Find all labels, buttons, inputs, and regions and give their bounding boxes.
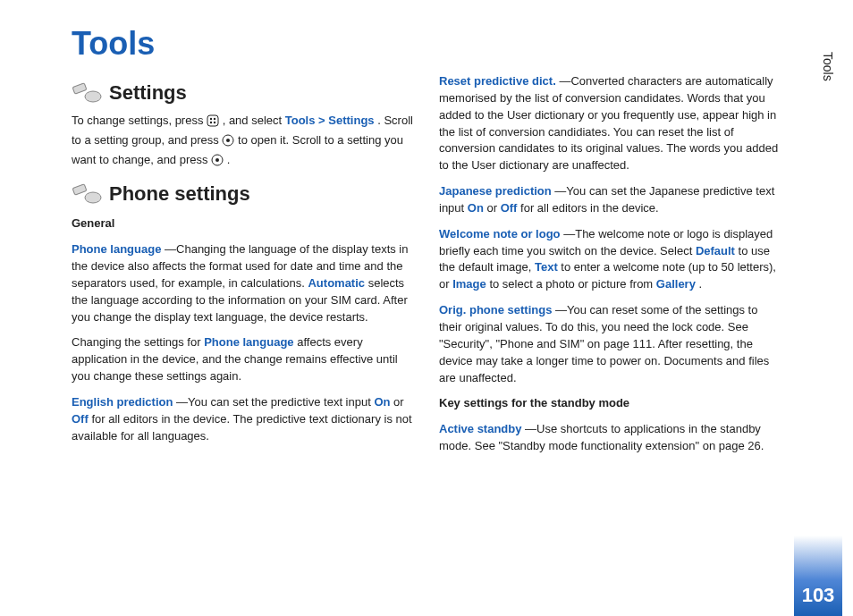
select-key-icon	[211, 154, 224, 172]
svg-point-6	[214, 122, 215, 123]
text: .	[227, 153, 231, 166]
english-prediction-para: English prediction —You can set the pred…	[72, 394, 414, 445]
off-label: Off	[72, 412, 89, 426]
text: for all editors in the device.	[520, 201, 659, 215]
section-settings-row: Settings	[72, 79, 414, 107]
svg-rect-12	[72, 184, 87, 195]
japanese-prediction-label: Japanese prediction	[439, 184, 552, 198]
off-label: Off	[501, 201, 518, 215]
menu-path: Tools > Settings	[285, 114, 375, 127]
text: —Converted characters are automatically …	[439, 74, 778, 172]
section-settings-title: Settings	[109, 79, 187, 107]
text: for all editors in the device. The predi…	[72, 412, 412, 443]
orig-phone-settings-para: Orig. phone settings —You can reset some…	[439, 302, 781, 386]
welcome-note-label: Welcome note or logo	[439, 227, 561, 240]
section-phone-settings-row: Phone settings	[72, 180, 414, 208]
on-label: On	[374, 395, 390, 409]
settings-intro: To change settings, press , and select T…	[72, 113, 414, 172]
general-subhead: General	[72, 215, 414, 232]
select-key-icon	[222, 134, 234, 152]
text: —You can set the predictive text input	[176, 395, 374, 409]
text: , and select	[223, 114, 285, 127]
svg-point-8	[226, 139, 230, 142]
text: Changing the settings for	[72, 335, 204, 349]
japanese-prediction-para: Japanese prediction —You can set the Jap…	[439, 183, 781, 217]
default-label: Default	[696, 244, 735, 257]
phone-language-inline: Phone language	[204, 335, 293, 349]
section-phone-settings-title: Phone settings	[109, 180, 250, 208]
svg-point-10	[215, 158, 219, 162]
key-standby-heading: Key settings for the standby mode	[439, 395, 781, 412]
gallery-label: Gallery	[656, 277, 696, 291]
image-label: Image	[452, 277, 486, 291]
welcome-note-para: Welcome note or logo —The welcome note o…	[439, 226, 781, 293]
svg-rect-2	[207, 115, 218, 126]
english-prediction-label: English prediction	[72, 395, 173, 409]
text: To change settings, press	[72, 114, 207, 127]
side-tab: Tools	[821, 52, 835, 81]
text: or	[487, 201, 501, 215]
svg-point-5	[210, 122, 212, 123]
phone-language-para2: Changing the settings for Phone language…	[72, 334, 414, 385]
svg-rect-1	[72, 83, 87, 94]
phone-settings-tool-icon	[72, 183, 102, 205]
automatic-label: Automatic	[308, 276, 365, 290]
reset-predictive-para: Reset predictive dict. —Converted charac…	[439, 73, 781, 174]
reset-predictive-label: Reset predictive dict.	[439, 74, 556, 88]
active-standby-para: Active standby —Use shortcuts to applica…	[439, 421, 781, 455]
svg-point-11	[85, 192, 101, 203]
svg-point-3	[210, 118, 212, 120]
svg-point-0	[85, 91, 101, 102]
text: .	[699, 277, 703, 291]
manual-page: Tools Settings To change settings, press…	[0, 0, 853, 572]
orig-phone-settings-label: Orig. phone settings	[439, 303, 552, 316]
chapter-title: Tools	[72, 25, 781, 63]
text: or	[393, 395, 404, 409]
menu-key-icon	[207, 114, 219, 132]
phone-language-label: Phone language	[72, 242, 161, 256]
page-number: 103	[802, 584, 835, 607]
text: to select a photo or picture from	[489, 277, 655, 291]
body-columns: Settings To change settings, press , and…	[72, 73, 781, 459]
phone-language-para: Phone language —Changing the language of…	[72, 241, 414, 325]
on-label: On	[468, 201, 484, 215]
active-standby-label: Active standby	[439, 422, 521, 435]
text-label: Text	[535, 260, 558, 274]
settings-tool-icon	[72, 82, 102, 104]
svg-point-4	[214, 118, 215, 120]
page-number-tab: 103	[794, 536, 842, 616]
